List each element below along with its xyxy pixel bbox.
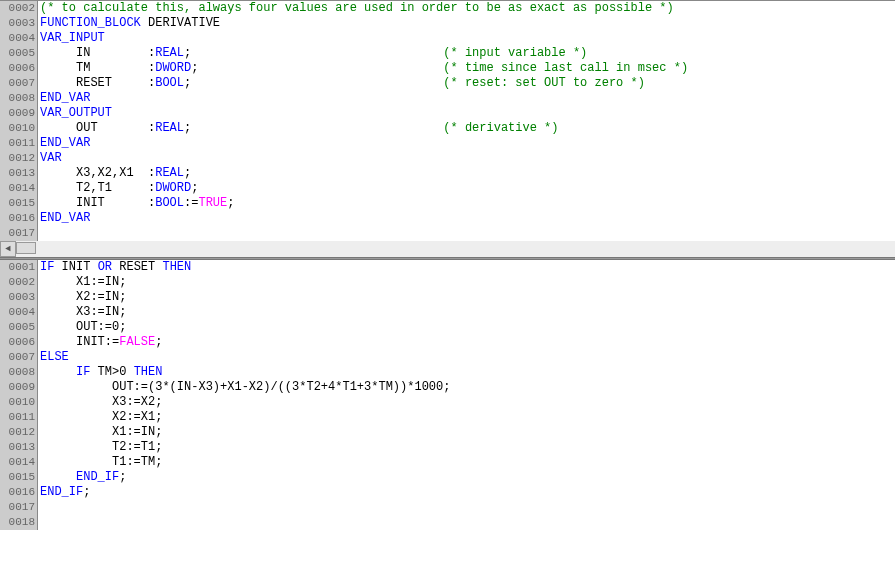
code-token: OR: [98, 260, 112, 274]
code-line[interactable]: 0017: [0, 500, 895, 515]
code-token: (* time since last call in msec *): [443, 61, 688, 75]
code-line[interactable]: 0012VAR: [0, 151, 895, 166]
code-content[interactable]: OUT:=0;: [38, 320, 895, 335]
code-line[interactable]: 0010 OUT :REAL; (* derivative *): [0, 121, 895, 136]
code-content[interactable]: T1:=TM;: [38, 455, 895, 470]
code-line[interactable]: 0011END_VAR: [0, 136, 895, 151]
code-token: X3:=X2;: [40, 395, 162, 409]
code-line[interactable]: 0016END_VAR: [0, 211, 895, 226]
line-number: 0002: [0, 275, 38, 290]
code-line[interactable]: 0014 T1:=TM;: [0, 455, 895, 470]
code-line[interactable]: 0003 X2:=IN;: [0, 290, 895, 305]
code-content[interactable]: IN :REAL; (* input variable *): [38, 46, 895, 61]
code-token: VAR_OUTPUT: [40, 106, 112, 120]
horizontal-scrollbar[interactable]: ◄: [0, 241, 895, 257]
code-line[interactable]: 0006 TM :DWORD; (* time since last call …: [0, 61, 895, 76]
code-line[interactable]: 0005 OUT:=0;: [0, 320, 895, 335]
code-content[interactable]: OUT:=(3*(IN-X3)+X1-X2)/((3*T2+4*T1+3*TM)…: [38, 380, 895, 395]
code-content[interactable]: T2:=T1;: [38, 440, 895, 455]
scroll-left-arrow-icon[interactable]: ◄: [0, 241, 16, 257]
code-content[interactable]: OUT :REAL; (* derivative *): [38, 121, 895, 136]
code-token: (* reset: set OUT to zero *): [443, 76, 645, 90]
code-content[interactable]: IF TM>0 THEN: [38, 365, 895, 380]
code-line[interactable]: 0006 INIT:=FALSE;: [0, 335, 895, 350]
code-content[interactable]: END_VAR: [38, 136, 895, 151]
code-line[interactable]: 0005 IN :REAL; (* input variable *): [0, 46, 895, 61]
code-line[interactable]: 0007ELSE: [0, 350, 895, 365]
code-line[interactable]: 0007 RESET :BOOL; (* reset: set OUT to z…: [0, 76, 895, 91]
line-number: 0002: [0, 1, 38, 16]
code-token: TM>0: [90, 365, 133, 379]
code-content[interactable]: VAR_OUTPUT: [38, 106, 895, 121]
code-token: OUT:=0;: [40, 320, 126, 334]
code-token: X3,X2,X1 :: [40, 166, 155, 180]
code-content[interactable]: VAR: [38, 151, 895, 166]
code-line[interactable]: 0013 T2:=T1;: [0, 440, 895, 455]
code-content[interactable]: X3,X2,X1 :REAL;: [38, 166, 895, 181]
code-line[interactable]: 0016END_IF;: [0, 485, 895, 500]
code-content[interactable]: X2:=X1;: [38, 410, 895, 425]
code-line[interactable]: 0017: [0, 226, 895, 241]
code-token: REAL: [155, 166, 184, 180]
code-content[interactable]: VAR_INPUT: [38, 31, 895, 46]
code-content[interactable]: FUNCTION_BLOCK DERIVATIVE: [38, 16, 895, 31]
code-token: (* input variable *): [443, 46, 587, 60]
code-content[interactable]: ELSE: [38, 350, 895, 365]
code-token: X3:=IN;: [40, 305, 126, 319]
code-line[interactable]: 0003FUNCTION_BLOCK DERIVATIVE: [0, 16, 895, 31]
code-line[interactable]: 0009 OUT:=(3*(IN-X3)+X1-X2)/((3*T2+4*T1+…: [0, 380, 895, 395]
code-content[interactable]: X1:=IN;: [38, 275, 895, 290]
code-content[interactable]: X3:=X2;: [38, 395, 895, 410]
code-line[interactable]: 0002(* to calculate this, always four va…: [0, 1, 895, 16]
code-line[interactable]: 0008END_VAR: [0, 91, 895, 106]
code-content[interactable]: [38, 226, 895, 241]
code-content[interactable]: INIT:=FALSE;: [38, 335, 895, 350]
code-token: VAR: [40, 151, 62, 165]
code-content[interactable]: [38, 515, 895, 530]
code-content[interactable]: X1:=IN;: [38, 425, 895, 440]
code-token: ;: [155, 335, 162, 349]
code-line[interactable]: 0015 INIT :BOOL:=TRUE;: [0, 196, 895, 211]
line-number: 0013: [0, 440, 38, 455]
code-token: IF: [40, 260, 54, 274]
line-number: 0007: [0, 76, 38, 91]
code-content[interactable]: INIT :BOOL:=TRUE;: [38, 196, 895, 211]
code-content[interactable]: END_VAR: [38, 211, 895, 226]
code-content[interactable]: X3:=IN;: [38, 305, 895, 320]
code-content[interactable]: END_IF;: [38, 470, 895, 485]
code-line[interactable]: 0004 X3:=IN;: [0, 305, 895, 320]
code-line[interactable]: 0010 X3:=X2;: [0, 395, 895, 410]
code-line[interactable]: 0014 T2,T1 :DWORD;: [0, 181, 895, 196]
code-content[interactable]: [38, 500, 895, 515]
code-token: RESET: [112, 260, 162, 274]
code-line[interactable]: 0002 X1:=IN;: [0, 275, 895, 290]
code-line[interactable]: 0004VAR_INPUT: [0, 31, 895, 46]
code-content[interactable]: TM :DWORD; (* time since last call in ms…: [38, 61, 895, 76]
bottom-code-area[interactable]: 0001IF INIT OR RESET THEN0002 X1:=IN;000…: [0, 260, 895, 530]
line-number: 0010: [0, 395, 38, 410]
code-content[interactable]: X2:=IN;: [38, 290, 895, 305]
code-token: FALSE: [119, 335, 155, 349]
code-content[interactable]: T2,T1 :DWORD;: [38, 181, 895, 196]
top-editor-pane: 0002(* to calculate this, always four va…: [0, 1, 895, 241]
top-code-area[interactable]: 0002(* to calculate this, always four va…: [0, 1, 895, 241]
code-line[interactable]: 0012 X1:=IN;: [0, 425, 895, 440]
code-line[interactable]: 0018: [0, 515, 895, 530]
code-content[interactable]: (* to calculate this, always four values…: [38, 1, 895, 16]
code-content[interactable]: END_IF;: [38, 485, 895, 500]
code-line[interactable]: 0009VAR_OUTPUT: [0, 106, 895, 121]
line-number: 0009: [0, 106, 38, 121]
code-token: DWORD: [155, 61, 191, 75]
code-content[interactable]: IF INIT OR RESET THEN: [38, 260, 895, 275]
code-line[interactable]: 0001IF INIT OR RESET THEN: [0, 260, 895, 275]
code-line[interactable]: 0013 X3,X2,X1 :REAL;: [0, 166, 895, 181]
code-token: [191, 121, 443, 135]
code-line[interactable]: 0015 END_IF;: [0, 470, 895, 485]
code-line[interactable]: 0011 X2:=X1;: [0, 410, 895, 425]
code-content[interactable]: END_VAR: [38, 91, 895, 106]
code-content[interactable]: RESET :BOOL; (* reset: set OUT to zero *…: [38, 76, 895, 91]
code-token: END_VAR: [40, 136, 90, 150]
code-line[interactable]: 0008 IF TM>0 THEN: [0, 365, 895, 380]
scroll-track[interactable]: [16, 241, 895, 257]
scroll-thumb[interactable]: [16, 242, 36, 254]
